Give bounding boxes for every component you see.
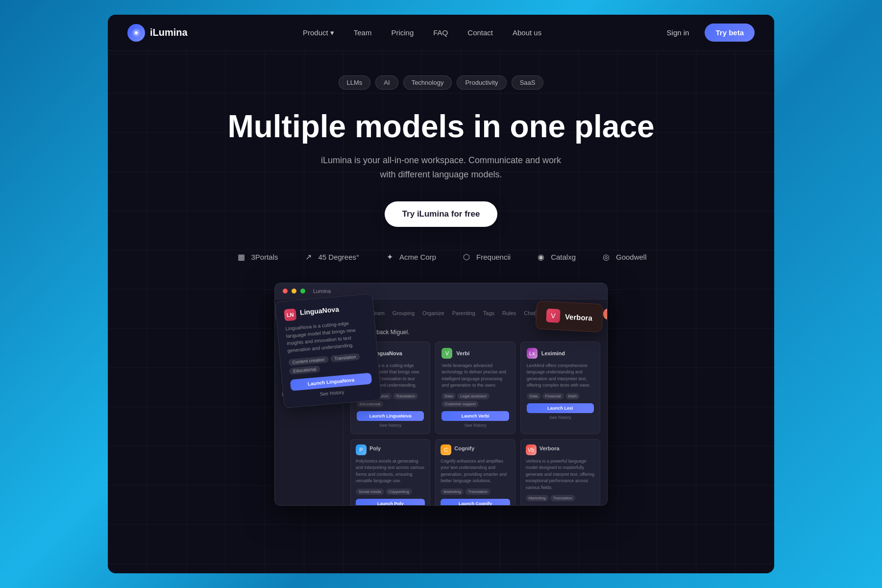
cognify-name: Cognify xyxy=(454,445,474,451)
floating-card-linguanova: LN LinguaNova LinguaNova is a cutting-ed… xyxy=(275,294,382,409)
nav-faq[interactable]: FAQ xyxy=(425,24,456,41)
brand-icon-45degrees: ↗ xyxy=(302,251,314,263)
hero-title: Multiple models in one place xyxy=(227,109,654,144)
model-tag: Educational xyxy=(357,401,383,407)
main-container: iLumina Product ▾ Team Pricing FAQ Conta… xyxy=(108,15,774,573)
verbora-tags: Marketing Translation xyxy=(526,495,595,501)
user-avatar xyxy=(603,309,607,319)
brand-goodwell: ◎ Goodwell xyxy=(600,251,647,263)
model-card-leximind: Lx Leximind LexiMind offers comprehensiv… xyxy=(520,342,600,434)
model-leximind-tags: Data Financial Math xyxy=(527,393,594,399)
model-verbi-name: Verbi xyxy=(456,350,469,356)
model-tag: Financial xyxy=(542,393,564,399)
brand-icon-3portals: ▦ xyxy=(235,251,247,263)
launch-cognify-btn[interactable]: Launch Cognify xyxy=(441,499,510,505)
launch-leximind-btn[interactable]: Launch Lexi xyxy=(527,403,594,413)
brand-icon-acmecorp: ✦ xyxy=(384,251,395,263)
logo-icon xyxy=(127,24,145,42)
titlebar-minimize[interactable] xyxy=(292,289,296,294)
linguanova-icon: LN xyxy=(284,308,296,321)
model-verbi-icon: V xyxy=(441,348,452,359)
tag-technology[interactable]: Technology xyxy=(403,75,452,90)
floating-card-verbora: V Verbora xyxy=(536,300,604,332)
linguanova-history[interactable]: See history xyxy=(357,423,424,428)
verbora-icon: Vb xyxy=(526,444,537,455)
app-tab-parenting[interactable]: Parenting xyxy=(452,310,475,318)
linguanova-title: LinguaNova xyxy=(299,305,339,317)
linguanova-tag-0: Content creation xyxy=(288,356,329,366)
bottom-cards-grid: P Poly PolySonics excels at generating a… xyxy=(350,439,600,505)
model-tag: Legal assistant xyxy=(457,393,489,399)
brand-icon-goodwell: ◎ xyxy=(600,251,612,263)
model-tag: Customer support xyxy=(441,401,479,407)
nav-links: Product ▾ Team Pricing FAQ Contact About… xyxy=(295,24,549,41)
app-nav-tabs: LLMs Team Grouping Organize Parenting Ta… xyxy=(350,310,535,318)
leximind-history[interactable]: See history xyxy=(527,415,594,420)
model-verbi-tags: Data Legal assistant Customer support xyxy=(441,393,509,407)
titlebar-close[interactable] xyxy=(283,289,288,294)
outer-background: iLumina Product ▾ Team Pricing FAQ Conta… xyxy=(0,0,882,588)
app-tab-chat[interactable]: Chat xyxy=(524,310,535,318)
cognify-icon: C xyxy=(441,444,451,455)
app-tab-organize[interactable]: Organize xyxy=(422,310,444,318)
model-card-poly: P Poly PolySonics excels at generating a… xyxy=(350,439,430,505)
app-tab-rules[interactable]: Rules xyxy=(502,310,516,318)
model-verbi-header: V Verbi xyxy=(441,348,509,359)
linguanova-tag-1: Translation xyxy=(330,353,360,362)
verbora-desc: Verbora is a powerful language model des… xyxy=(526,458,595,491)
nav-pricing[interactable]: Pricing xyxy=(383,24,421,41)
cta-button[interactable]: Try iLumina for free xyxy=(385,201,498,227)
app-tab-tags[interactable]: Tags xyxy=(483,310,494,318)
brand-3portals: ▦ 3Portals xyxy=(235,251,278,263)
nav-logo[interactable]: iLumina xyxy=(127,24,188,42)
verbora-floating-title: Verbora xyxy=(565,312,593,322)
linguanova-desc: LinguaNova is a cutting-edge language mo… xyxy=(285,318,369,354)
model-leximind-desc: LexiMind offers comprehensive language u… xyxy=(527,363,594,389)
poly-name: Poly xyxy=(369,445,381,451)
verbi-history[interactable]: See history xyxy=(441,423,509,428)
verbora-name: Verbora xyxy=(539,445,560,451)
logo-text: iLumina xyxy=(150,27,188,38)
brand-acmecorp: ✦ Acme Corp xyxy=(384,251,436,263)
poly-tags: Social media Copywriting xyxy=(356,489,425,495)
launch-poly-btn[interactable]: Launch Poly xyxy=(356,499,425,505)
nav-actions: Sign in Try beta xyxy=(657,24,755,42)
models-grid: LN LinguaNova LinguaNova is a cutting-ed… xyxy=(350,342,600,434)
tag-llms[interactable]: LLMs xyxy=(339,75,371,90)
model-leximind-header: Lx Leximind xyxy=(527,348,594,359)
chevron-down-icon: ▾ xyxy=(330,28,334,37)
model-tag: Translation xyxy=(393,393,418,399)
model-card-cognify: C Cognify Cognify enhances and amplifies… xyxy=(435,439,515,505)
brand-frequencii: ⬡ Frequencii xyxy=(461,251,511,263)
model-leximind-icon: Lx xyxy=(527,348,538,359)
tag-ai[interactable]: AI xyxy=(375,75,398,90)
nav-contact[interactable]: Contact xyxy=(460,24,501,41)
bottom-cards-area: P Poly PolySonics excels at generating a… xyxy=(350,439,600,505)
tags-row: LLMs AI Technology Productivity SaaS xyxy=(339,75,544,90)
brand-icon-frequencii: ⬡ xyxy=(461,251,472,263)
brand-45degrees: ↗ 45 Degrees° xyxy=(302,251,359,263)
brand-catalxg: ◉ Catalxg xyxy=(535,251,576,263)
cognify-tags: Marketing Translation xyxy=(441,489,510,495)
navbar: iLumina Product ▾ Team Pricing FAQ Conta… xyxy=(108,15,774,51)
nav-team[interactable]: Team xyxy=(346,24,380,41)
app-tab-grouping[interactable]: Grouping xyxy=(392,310,415,318)
titlebar-maximize[interactable] xyxy=(300,289,305,294)
poly-icon: P xyxy=(356,444,367,455)
model-leximind-name: Leximind xyxy=(541,350,565,356)
model-tag: Data xyxy=(441,393,456,399)
tag-productivity[interactable]: Productivity xyxy=(457,75,506,90)
signin-button[interactable]: Sign in xyxy=(657,24,699,42)
hero-section: LLMs AI Technology Productivity SaaS Mul… xyxy=(108,51,774,573)
nav-about[interactable]: About us xyxy=(505,24,549,41)
nav-product[interactable]: Product ▾ xyxy=(295,24,342,41)
try-beta-button[interactable]: Try beta xyxy=(705,24,755,42)
app-titlebar: Lumina xyxy=(275,283,607,299)
linguanova-tags: Content creation Translation Educational xyxy=(288,352,370,375)
brand-icon-catalxg: ◉ xyxy=(535,251,547,263)
tag-saas[interactable]: SaaS xyxy=(512,75,544,90)
launch-linguanova-btn[interactable]: Launch LinguaNova xyxy=(357,411,424,421)
launch-verbi-btn[interactable]: Launch Verbi xyxy=(441,411,509,421)
cognify-desc: Cognify enhances and amplifies your text… xyxy=(441,458,510,485)
hero-subtitle: iLumina is your all-in-one workspace. Co… xyxy=(314,153,568,182)
